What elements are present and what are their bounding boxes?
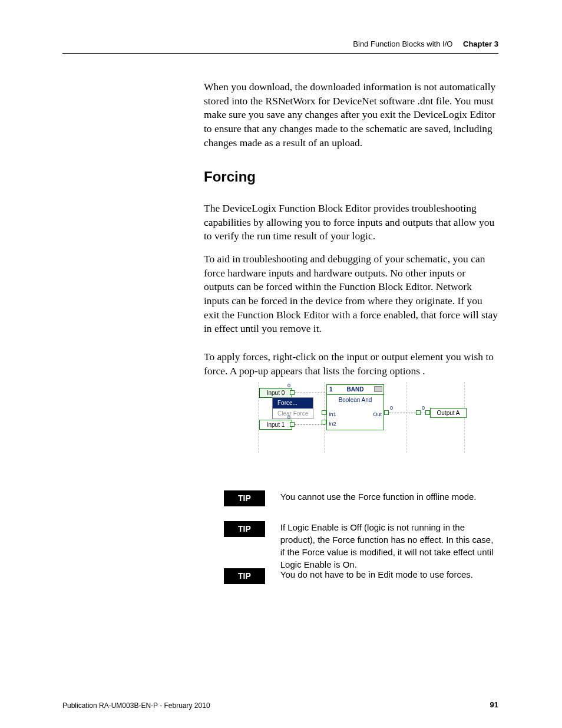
output-node[interactable]: Output A bbox=[430, 408, 467, 418]
paragraph-forcing-howto: To apply forces, right-click on the inpu… bbox=[204, 350, 498, 378]
running-header: Bind Function Blocks with I/O Chapter 3 bbox=[353, 39, 498, 50]
page-number: 91 bbox=[490, 700, 498, 710]
port-stub bbox=[384, 410, 389, 415]
value-zero: 0 bbox=[390, 404, 393, 411]
port-stub bbox=[290, 390, 295, 395]
tip-badge: TIP bbox=[224, 490, 265, 506]
header-section: Bind Function Blocks with I/O bbox=[353, 39, 452, 48]
tip-text: You do not have to be in Edit mode to us… bbox=[280, 568, 498, 581]
block-subtitle: Boolean And bbox=[327, 395, 384, 406]
tip-row: TIP You do not have to be in Edit mode t… bbox=[224, 568, 498, 584]
wire bbox=[389, 413, 416, 413]
port-stub bbox=[290, 422, 295, 427]
paragraph-download: When you download, the downloaded inform… bbox=[204, 80, 498, 150]
tip-badge: TIP bbox=[224, 521, 265, 537]
value-zero: 0 bbox=[422, 404, 425, 411]
tip-row: TIP You cannot use the Force function in… bbox=[224, 490, 498, 506]
port-stub bbox=[322, 410, 326, 415]
header-chapter: Chapter 3 bbox=[463, 39, 498, 48]
port-stub bbox=[416, 410, 421, 415]
menu-item-force[interactable]: Force... bbox=[273, 398, 313, 409]
grid-line bbox=[258, 382, 259, 453]
pin-out: Out bbox=[373, 411, 382, 418]
port-stub bbox=[425, 410, 430, 415]
publication-id: Publication RA-UM003B-EN-P - February 20… bbox=[62, 701, 210, 710]
block-corner-icon bbox=[374, 386, 382, 392]
wire bbox=[295, 424, 325, 425]
block-title: BAND bbox=[347, 386, 364, 393]
header-rule bbox=[62, 53, 498, 54]
paragraph-forcing-intro: The DeviceLogix Function Block Editor pr… bbox=[204, 202, 498, 243]
forcing-diagram: 0 Input 0 Force... Clear Force 0 Input 1… bbox=[259, 382, 471, 453]
pin-in1: In1 bbox=[329, 411, 336, 418]
wire bbox=[295, 393, 325, 393]
block-index: 1 bbox=[329, 386, 333, 394]
band-block[interactable]: 1 BAND Boolean And In1 In2 Out bbox=[326, 384, 384, 430]
input0-node[interactable]: Input 0 bbox=[259, 388, 292, 398]
tip-badge: TIP bbox=[224, 568, 265, 584]
input1-node[interactable]: Input 1 bbox=[259, 420, 292, 430]
tip-row: TIP If Logic Enable is Off (logic is not… bbox=[224, 521, 498, 571]
pin-in2: In2 bbox=[329, 420, 336, 427]
heading-forcing: Forcing bbox=[204, 167, 498, 186]
grid-line bbox=[406, 382, 407, 453]
tip-text: You cannot use the Force function in off… bbox=[280, 490, 498, 503]
tip-text: If Logic Enable is Off (logic is not run… bbox=[280, 521, 498, 571]
port-stub bbox=[322, 420, 326, 424]
menu-item-clear-force: Clear Force bbox=[273, 409, 313, 419]
paragraph-forcing-detail: To aid in troubleshooting and debugging … bbox=[204, 252, 498, 336]
context-menu: Force... Clear Force bbox=[272, 397, 313, 419]
